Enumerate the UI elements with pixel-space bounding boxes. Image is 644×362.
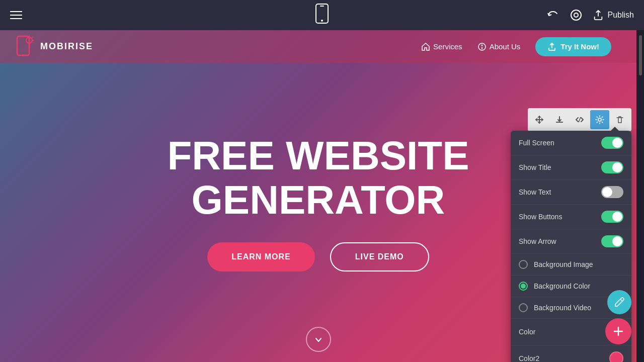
block-code-button[interactable]	[570, 110, 589, 129]
show-text-label: Show Text	[519, 188, 551, 196]
nav-about-label: About Us	[490, 42, 521, 51]
bg-video-radio[interactable]	[519, 303, 528, 312]
svg-line-16	[620, 299, 622, 301]
toolbar-center	[315, 3, 329, 27]
show-text-toggle-wrap	[601, 186, 623, 198]
fullscreen-toggle-wrap	[601, 137, 623, 149]
logo-area: MOBIRISE	[15, 34, 93, 59]
block-settings-button[interactable]	[590, 110, 609, 129]
settings-row-show-buttons: Show Buttons	[511, 205, 631, 229]
svg-point-12	[481, 44, 482, 46]
show-text-toggle[interactable]	[601, 186, 623, 198]
svg-line-14	[579, 117, 581, 122]
publish-label: Publish	[608, 11, 634, 20]
try-now-button[interactable]: Try It Now!	[535, 37, 611, 56]
settings-row-fullscreen: Full Screen	[511, 131, 631, 155]
show-arrow-toggle[interactable]	[601, 235, 623, 247]
phone-preview-icon[interactable]	[315, 3, 329, 27]
toolbar-left	[10, 11, 22, 19]
show-arrow-knob	[612, 236, 622, 246]
show-title-knob	[612, 162, 622, 172]
hero-title-line2: GENERATOR	[192, 177, 445, 222]
bg-color-label: Background Color	[534, 282, 623, 290]
show-title-toggle-wrap	[601, 161, 623, 173]
scrollbar-thumb	[639, 35, 642, 75]
color1-label: Color	[519, 328, 535, 336]
hero-title-line1: FREE WEBSITE	[167, 133, 469, 178]
live-demo-button[interactable]: LIVE DEMO	[330, 242, 429, 272]
svg-point-1	[321, 20, 323, 22]
svg-point-6	[22, 54, 24, 56]
add-fab-button[interactable]	[605, 318, 631, 344]
settings-row-color2: Color2	[511, 345, 631, 362]
show-buttons-toggle[interactable]	[601, 211, 623, 223]
scroll-arrow-button[interactable]	[306, 327, 331, 352]
block-save-button[interactable]	[550, 110, 569, 129]
svg-rect-5	[17, 36, 29, 55]
nav-about-link[interactable]: About Us	[477, 42, 521, 51]
settings-row-bg-image: Background Image	[511, 254, 631, 276]
fullscreen-label: Full Screen	[519, 139, 554, 147]
fullscreen-toggle-knob	[612, 138, 622, 148]
hamburger-menu-icon[interactable]	[10, 11, 22, 19]
canvas-area: MOBIRISE Services About Us	[0, 30, 644, 362]
show-title-label: Show Title	[519, 163, 551, 171]
fullscreen-toggle[interactable]	[601, 137, 623, 149]
show-arrow-toggle-wrap	[601, 235, 623, 247]
hero-nav-links: Services About Us Try It Now!	[421, 37, 611, 56]
scrollbar[interactable]	[636, 30, 644, 362]
svg-point-4	[574, 13, 578, 17]
toolbar-right: Publish	[546, 9, 634, 22]
settings-row-show-text: Show Text	[511, 180, 631, 205]
hero-nav: MOBIRISE Services About Us	[0, 30, 636, 63]
show-buttons-knob	[612, 212, 622, 222]
svg-line-9	[32, 37, 33, 38]
edit-fab-button[interactable]	[607, 290, 631, 314]
bg-image-label: Background Image	[534, 260, 623, 268]
svg-point-3	[571, 10, 581, 20]
publish-button[interactable]: Publish	[593, 10, 634, 21]
show-text-knob	[602, 187, 612, 197]
color2-label: Color2	[519, 354, 539, 362]
block-move-button[interactable]	[530, 110, 549, 129]
color2-swatch[interactable]	[609, 351, 623, 362]
preview-button[interactable]	[570, 9, 583, 22]
top-toolbar: Publish	[0, 0, 644, 30]
try-now-label: Try It Now!	[560, 42, 599, 51]
svg-rect-2	[320, 6, 324, 7]
show-arrow-label: Show Arrow	[519, 237, 556, 245]
undo-button[interactable]	[546, 9, 559, 22]
logo-text: MOBIRISE	[40, 41, 93, 52]
show-title-toggle[interactable]	[601, 161, 623, 173]
nav-services-label: Services	[433, 42, 462, 51]
svg-point-15	[598, 118, 601, 121]
bg-image-radio[interactable]	[519, 260, 528, 269]
hero-title: FREE WEBSITE GENERATOR	[167, 134, 469, 222]
show-buttons-label: Show Buttons	[519, 213, 562, 221]
settings-row-show-title: Show Title	[511, 155, 631, 180]
nav-services-link[interactable]: Services	[421, 42, 462, 51]
learn-more-button[interactable]: LEARN MORE	[207, 242, 315, 272]
bg-color-radio[interactable]	[519, 282, 528, 291]
hero-buttons: LEARN MORE LIVE DEMO	[207, 242, 429, 272]
settings-row-show-arrow: Show Arrow	[511, 229, 631, 254]
bg-color-radio-inner	[521, 284, 526, 289]
show-buttons-toggle-wrap	[601, 211, 623, 223]
